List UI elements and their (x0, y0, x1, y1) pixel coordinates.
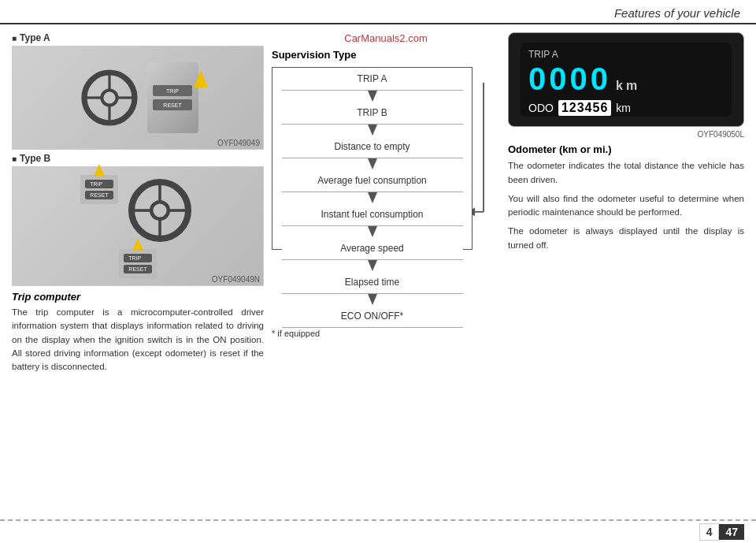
panel-btn-b: RESET (153, 99, 192, 110)
type-b-label: Type B (12, 153, 264, 164)
trip-computer-description: The trip computer is a microcomputer-con… (12, 306, 264, 374)
flow-box-2: Distance to empty (282, 136, 463, 158)
image-code-b: OYF049049N (212, 275, 260, 284)
svg-marker-6 (194, 70, 208, 87)
type-b-diagram: TRIP RESET (13, 167, 263, 285)
odo-odometer-row: ODO 123456 km (528, 100, 724, 116)
flow-item-2: Distance to empty (272, 136, 472, 169)
page-title: Features of your vehicle (614, 6, 740, 20)
flow-item-6: Elapsed time (272, 271, 472, 305)
flow-arrow-5-icon (282, 260, 463, 271)
type-a-label: Type A (12, 32, 264, 43)
flow-arrow-2-icon (282, 158, 463, 169)
svg-marker-14 (132, 238, 143, 251)
odometer-text-3: The odometer is always displayed until t… (508, 225, 744, 253)
panel-a-icon: TRIP RESET (147, 62, 198, 133)
odo-label: ODO (528, 102, 554, 114)
odo-km-unit: km (616, 102, 631, 114)
odometer-text-2: You will also find the odometer useful t… (508, 192, 744, 221)
type-b-image: TRIP RESET (12, 166, 264, 286)
flow-box-5: Average speed (282, 237, 463, 260)
main-content: Type A T (0, 24, 756, 511)
odo-trip-label: TRIP A (528, 49, 724, 60)
flow-arrow-3-icon (282, 192, 463, 203)
left-column: Type A T (12, 32, 264, 503)
flow-box-6: Elapsed time (282, 271, 463, 294)
panel-trip2-btn: TRIP (124, 254, 151, 262)
flow-item-5: Average speed (272, 237, 472, 271)
panel-trip-btn: TRIP (85, 180, 113, 188)
feedback-arrow-icon (472, 83, 495, 226)
page-header: Features of your vehicle (0, 0, 756, 24)
flow-item-0: TRIP A (272, 68, 472, 102)
if-equipped-note: * if equipped (272, 329, 500, 338)
panel-reset2-btn: RESET (124, 265, 151, 273)
svg-marker-15 (368, 91, 377, 102)
trip-computer-title: Trip computer (12, 291, 264, 303)
svg-marker-21 (368, 294, 377, 305)
odo-value-display: 0000 km (528, 61, 724, 97)
flow-item-4: Instant fuel consumption (272, 203, 472, 237)
type-a-image: TRIP RESET OYF049049 (12, 46, 264, 150)
type-a-sw-container: TRIP RESET (70, 54, 206, 141)
svg-point-1 (102, 90, 117, 105)
flow-item-1: TRIP B (272, 102, 472, 136)
odo-km-value: 123456 (558, 100, 611, 116)
panel-reset-btn: RESET (85, 191, 113, 199)
odo-unit: km (616, 79, 640, 93)
chapter-number: 4 (699, 523, 720, 541)
flow-item-7: ECO ON/OFF* (272, 305, 472, 328)
arrow-up-icon (194, 70, 208, 91)
supervision-title: Supervision Type (272, 49, 500, 61)
flow-arrow-0-icon (282, 91, 463, 102)
odo-digits: 0000 (528, 61, 611, 97)
flow-arrow-1-icon (282, 125, 463, 136)
arrow-top-icon (94, 164, 105, 180)
flow-arrow-4-icon (282, 226, 463, 237)
flow-box-7: ECO ON/OFF* (282, 305, 463, 328)
svg-marker-7 (94, 164, 105, 177)
flow-outer-box: TRIP ATRIP BDistance to emptyAverage fue… (272, 67, 472, 250)
flow-box-3: Average fuel consumption (282, 169, 463, 192)
odometer-section-title: Odometer (km or mi.) (508, 143, 744, 155)
odometer-text-1: The odometer indicates the total distanc… (508, 159, 744, 188)
flow-items-list: TRIP ATRIP BDistance to emptyAverage fue… (272, 68, 472, 328)
odometer-display-box: TRIP A 0000 km ODO 123456 km (508, 32, 744, 127)
svg-marker-19 (368, 226, 377, 237)
svg-marker-18 (368, 192, 377, 203)
svg-point-9 (151, 202, 169, 219)
flow-box-0: TRIP A (282, 68, 463, 91)
back-arrow-container (472, 83, 495, 226)
type-b-panel-bottom: TRIP RESET (119, 249, 156, 278)
panel-btn-a: TRIP (153, 85, 192, 96)
page-footer: 4 47 (0, 519, 756, 543)
image-code-a: OYF049049 (217, 139, 260, 147)
right-column: TRIP A 0000 km ODO 123456 km OYF049050L … (508, 32, 744, 503)
flow-box-4: Instant fuel consumption (282, 203, 463, 226)
odometer-inner: TRIP A 0000 km ODO 123456 km (521, 43, 732, 117)
steering-wheel-b-icon (124, 175, 195, 246)
flow-box-1: TRIP B (282, 102, 463, 125)
middle-column: CarManuals2.com Supervision Type TRIP AT… (272, 32, 500, 503)
svg-marker-17 (368, 158, 377, 169)
type-b-panel-top: TRIP RESET (80, 175, 117, 204)
svg-marker-24 (472, 207, 475, 216)
svg-marker-16 (368, 125, 377, 136)
type-a-diagram: TRIP RESET (13, 46, 263, 149)
supervision-flow: TRIP ATRIP BDistance to emptyAverage fue… (272, 67, 472, 250)
page-number: 47 (719, 524, 744, 540)
svg-marker-20 (368, 260, 377, 271)
carmanuals-watermark: CarManuals2.com (272, 32, 500, 44)
page-number-block: 4 47 (699, 523, 744, 541)
odo-image-code: OYF049050L (508, 130, 744, 139)
arrow-bottom-icon (132, 238, 143, 254)
flow-arrow-6-icon (282, 294, 463, 305)
steering-wheel-a-icon (78, 66, 141, 129)
flow-item-3: Average fuel consumption (272, 169, 472, 203)
